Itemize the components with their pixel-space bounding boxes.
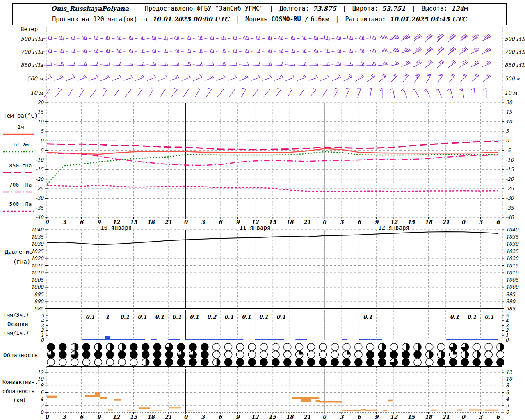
wind-barb <box>216 49 226 52</box>
conv-ytick-left: 12 <box>37 370 44 375</box>
convective-cloud-bar <box>100 397 107 399</box>
hour-label-bottom: 6 <box>496 414 500 420</box>
precip-bar <box>128 339 133 340</box>
precip-bar <box>87 339 93 340</box>
wind-barb <box>147 62 156 66</box>
wind-barb <box>344 74 352 81</box>
convective-cloud-bar <box>320 401 342 403</box>
wind-barb <box>43 49 52 52</box>
cloud-okta-fill <box>355 358 362 366</box>
wind-barb <box>310 88 316 97</box>
precip-bar <box>192 339 197 340</box>
hour-label-bottom: 6 <box>218 414 223 420</box>
wind-barb <box>459 89 464 98</box>
precip-bar <box>220 339 226 340</box>
wind-barb <box>448 34 456 41</box>
wind-barb <box>288 89 292 97</box>
cloud-okta-fill <box>224 358 232 366</box>
wind-barb <box>149 89 154 97</box>
cloud-okta-fill <box>414 351 421 358</box>
cloud-okta-circle <box>236 351 244 358</box>
convective-cloud-bar <box>457 410 462 411</box>
wind-barb <box>89 75 98 80</box>
conv-ytick-left: 6 <box>40 390 44 395</box>
wind-barb <box>205 49 214 52</box>
precip-bar <box>197 339 203 340</box>
conv-ytick-left: 4 <box>40 396 43 402</box>
cloud-okta-circle <box>284 351 291 358</box>
precip-bar <box>237 339 243 340</box>
hour-label-bottom: 6 <box>80 414 84 420</box>
wind-barb <box>89 49 98 52</box>
wind-barb <box>100 62 110 66</box>
convective-cloud-bar <box>371 410 378 411</box>
hour-label-bottom: 15 <box>407 414 415 420</box>
wind-barb <box>332 62 341 66</box>
wind-barb <box>320 49 330 53</box>
hour-label-mid: 6 <box>496 219 500 225</box>
wind-barb <box>286 75 294 81</box>
cloud-okta-circle <box>106 358 114 366</box>
wind-barb <box>262 62 272 66</box>
cloud-okta-fill <box>461 358 468 366</box>
cloud-okta-circle <box>260 343 267 351</box>
conv-ytick-left: 10 <box>37 376 44 382</box>
wind-barb <box>459 47 468 54</box>
wind-barb <box>355 49 364 53</box>
convective-cloud-bar <box>436 411 453 411</box>
wind-barb <box>332 36 341 40</box>
wind-barb <box>426 74 431 83</box>
precip-bar <box>371 339 377 340</box>
wind-barb <box>205 36 214 40</box>
cloud-okta-fill <box>189 343 196 351</box>
wind-barb <box>228 49 237 52</box>
precip-bar <box>463 339 469 340</box>
cloud-okta-fill <box>165 351 173 358</box>
convective-cloud-bar <box>383 410 387 411</box>
wind-barb <box>123 49 133 52</box>
cloud-okta-fill <box>402 358 409 366</box>
wind-barb <box>103 88 107 97</box>
cloud-okta-circle <box>284 343 291 351</box>
wind-barb <box>262 49 272 52</box>
wind-barb <box>135 36 144 40</box>
pressure-ytick-right: 985 <box>506 306 516 312</box>
convective-cloud-bar <box>95 392 100 397</box>
precip-3h-value: 0.1 <box>120 314 130 320</box>
wind-barb <box>147 75 155 81</box>
hour-label-mid: 21 <box>442 219 450 225</box>
conv-ytick-left: 0 <box>40 409 44 415</box>
wind-barb <box>100 49 110 53</box>
wind-barb <box>183 89 189 97</box>
precip-bar <box>232 339 237 340</box>
cloud-okta-fill <box>319 358 326 366</box>
cloud-okta-circle <box>213 343 220 351</box>
precip-3h-value: 0.1 <box>137 314 147 320</box>
wind-barb <box>308 49 318 52</box>
wind-barb <box>239 62 249 66</box>
pressure-ytick-left: 1020 <box>31 256 44 261</box>
temp-ytick-right: 15 <box>506 109 513 115</box>
wind-barb <box>436 89 442 98</box>
wind-barb <box>123 36 133 40</box>
wind-barb <box>216 36 226 40</box>
precip-bar <box>365 339 371 340</box>
hour-label-bottom: 6 <box>357 414 362 420</box>
hour-label-bottom: 9 <box>236 414 240 420</box>
wind-barb <box>124 75 133 80</box>
wind-barb <box>425 47 433 55</box>
temp-ytick-right: -10 <box>506 157 514 163</box>
pressure-ytick-right: 1030 <box>506 241 519 247</box>
wind-barb <box>309 75 318 80</box>
precip-3h-value: 0.1 <box>155 314 164 320</box>
pressure-ytick-left: 1010 <box>31 270 44 276</box>
pressure-ytick-left: 1025 <box>31 249 44 254</box>
cloud-okta-fill <box>118 351 126 358</box>
cloud-okta-fill <box>201 351 208 358</box>
wind-barb <box>390 35 399 40</box>
precip-3h-value: 0.1 <box>224 314 234 320</box>
pressure-ytick-left: 1040 <box>31 227 44 233</box>
wind-barb <box>123 62 133 66</box>
convective-cloud-bar <box>187 411 193 411</box>
wind-barb <box>297 49 306 52</box>
